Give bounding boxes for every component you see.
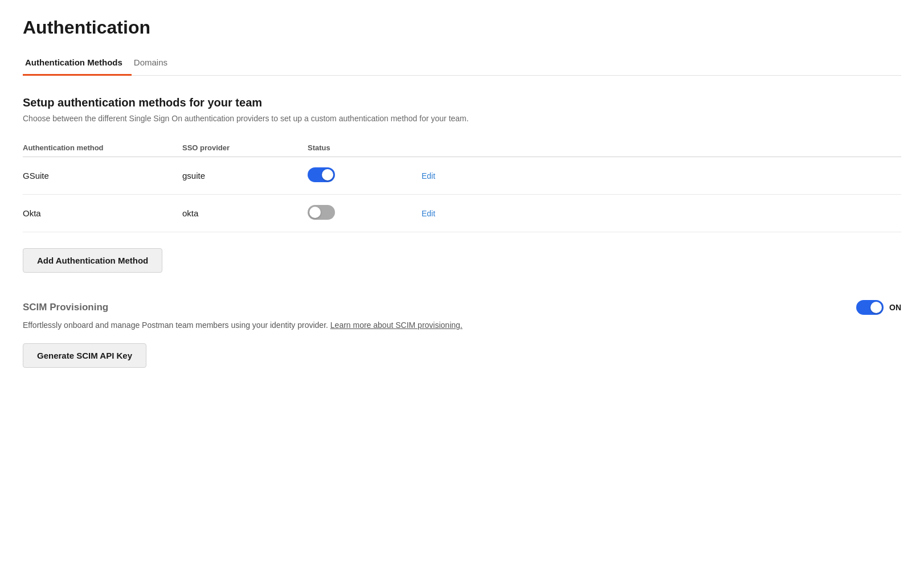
scim-status-label: ON [889,303,901,312]
table-row: GSuite gsuite Edit [23,157,901,195]
col-header-provider: SSO provider [182,143,308,152]
toggle-scim[interactable] [856,300,884,315]
toggle-gsuite[interactable] [308,167,335,182]
tabs-container: Authentication Methods Domains [23,52,901,76]
scim-header: SCIM Provisioning ON [23,300,901,315]
section-title: Setup authentication methods for your te… [23,96,901,109]
method-name-okta: Okta [23,208,182,218]
toggle-gsuite-track[interactable] [308,167,335,182]
toggle-scim-thumb [870,302,882,313]
scim-learn-more-link[interactable]: Learn more about SCIM provisioning. [330,321,463,330]
scim-toggle-container: ON [856,300,901,315]
provider-name-okta: okta [182,208,308,218]
table-row: Okta okta Edit [23,195,901,232]
page-title: Authentication [23,17,901,38]
toggle-okta-thumb [309,207,321,218]
toggle-okta-track[interactable] [308,205,335,220]
col-header-method: Authentication method [23,143,182,152]
tab-domains[interactable]: Domains [132,52,177,76]
table-header: Authentication method SSO provider Statu… [23,139,901,157]
toggle-gsuite-thumb [322,169,333,180]
scim-section: SCIM Provisioning ON Effortlessly onboar… [23,300,901,368]
edit-cell-okta: Edit [422,208,479,218]
col-header-status: Status [308,143,422,152]
scim-description-text: Effortlessly onboard and manage Postman … [23,321,330,330]
scim-description: Effortlessly onboard and manage Postman … [23,321,901,330]
edit-link-gsuite[interactable]: Edit [422,171,435,180]
method-name-gsuite: GSuite [23,171,182,180]
col-header-actions [422,143,479,152]
edit-cell-gsuite: Edit [422,171,479,180]
section-description: Choose between the different Single Sign… [23,114,901,123]
toggle-scim-track[interactable] [856,300,884,315]
edit-link-okta[interactable]: Edit [422,209,435,218]
provider-name-gsuite: gsuite [182,171,308,180]
tab-authentication-methods[interactable]: Authentication Methods [23,52,132,76]
toggle-gsuite-cell [308,167,422,184]
add-authentication-method-button[interactable]: Add Authentication Method [23,248,162,273]
scim-title: SCIM Provisioning [23,302,108,313]
toggle-okta-cell [308,205,422,221]
toggle-okta[interactable] [308,205,335,220]
generate-scim-api-key-button[interactable]: Generate SCIM API Key [23,343,146,368]
